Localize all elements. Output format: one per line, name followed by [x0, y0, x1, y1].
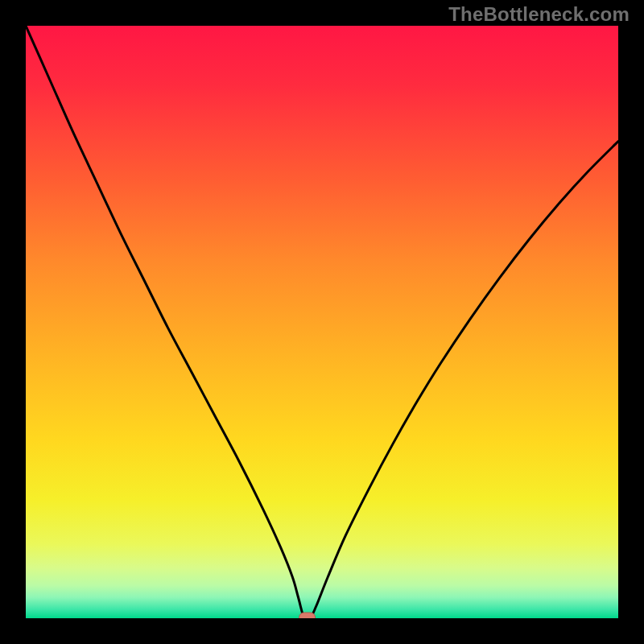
optimum-marker [299, 613, 316, 618]
plot-area [26, 26, 618, 618]
gradient-background [26, 26, 618, 618]
watermark-text: TheBottleneck.com [448, 3, 630, 26]
chart-frame: TheBottleneck.com [0, 0, 644, 644]
bottleneck-chart [26, 26, 618, 618]
